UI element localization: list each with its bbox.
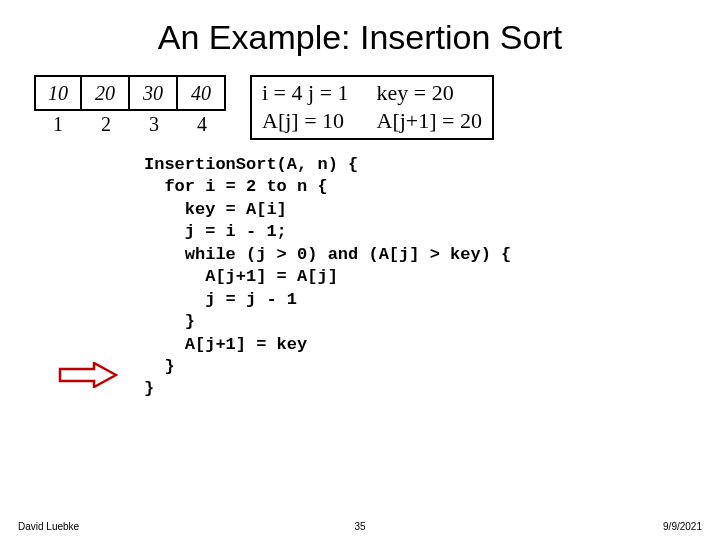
state-box: i = 4 j = 1 key = 20 A[j] = 10 A[j+1] = … [250,75,494,140]
array-cell: 30 [130,75,178,111]
array-cell: 20 [82,75,130,111]
page-title: An Example: Insertion Sort [24,18,696,57]
code-block: InsertionSort(A, n) { for i = 2 to n { k… [144,154,696,401]
index-row: 1 2 3 4 [34,113,226,136]
array-index: 3 [130,113,178,136]
footer-date: 9/9/2021 [663,521,702,532]
array-block: 10 20 30 40 1 2 3 4 [34,75,226,136]
state-aj: A[j] = 10 [262,107,349,135]
array-cell: 10 [34,75,82,111]
array-index: 1 [34,113,82,136]
state-ij: i = 4 j = 1 [262,79,349,107]
footer-page: 35 [354,521,365,532]
state-key: key = 20 [377,79,482,107]
array-cell: 40 [178,75,226,111]
arrow-right-icon [58,362,118,388]
footer-author: David Luebke [18,521,79,532]
state-aj1: A[j+1] = 20 [377,107,482,135]
array-index: 4 [178,113,226,136]
array-row: 10 20 30 40 [34,75,226,111]
array-index: 2 [82,113,130,136]
footer: David Luebke 35 9/9/2021 [0,521,720,532]
